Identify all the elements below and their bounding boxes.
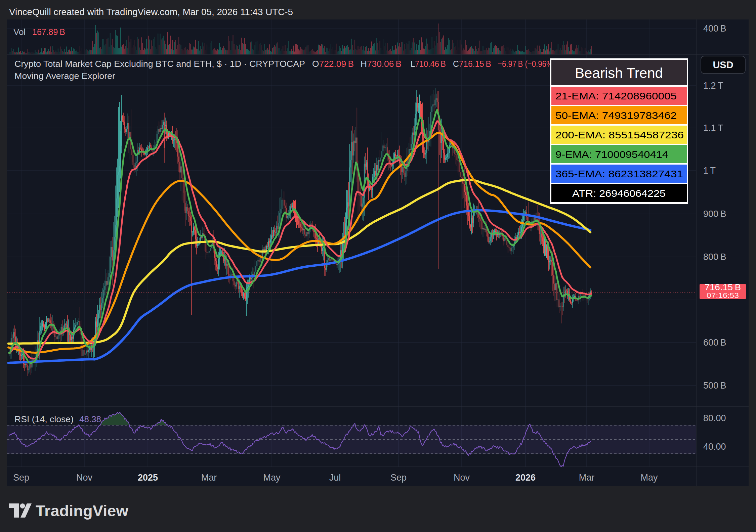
svg-text:800 B: 800 B <box>703 252 726 262</box>
svg-text:USD: USD <box>713 59 733 70</box>
svg-text:9-EMA: 710009540414: 9-EMA: 710009540414 <box>555 149 668 160</box>
svg-text:Jul: Jul <box>329 473 341 483</box>
svg-text:−6.97 B (−0.96%): −6.97 B (−0.96%) <box>498 59 555 69</box>
svg-text:600 B: 600 B <box>703 338 726 348</box>
svg-text:Moving Average Explorer: Moving Average Explorer <box>14 71 115 81</box>
svg-text:1.2 T: 1.2 T <box>703 81 723 91</box>
svg-text:Bearish Trend: Bearish Trend <box>575 65 663 81</box>
svg-text:365-EMA: 862313827431: 365-EMA: 862313827431 <box>555 168 683 179</box>
svg-text:48.38: 48.38 <box>79 414 101 424</box>
svg-text:167.89 B: 167.89 B <box>32 27 65 37</box>
svg-text:TradingView: TradingView <box>36 502 128 520</box>
svg-text:May: May <box>263 473 281 483</box>
svg-text:716.15 B: 716.15 B <box>705 282 741 292</box>
svg-text:40.00: 40.00 <box>703 442 726 452</box>
svg-text:VinceQuill created with Tradin: VinceQuill created with TradingView.com,… <box>9 7 293 17</box>
svg-text:900 B: 900 B <box>703 209 726 219</box>
svg-text:200-EMA: 855154587236: 200-EMA: 855154587236 <box>555 129 684 140</box>
svg-text:May: May <box>640 473 658 483</box>
svg-text:80.00: 80.00 <box>703 413 726 423</box>
svg-text:Mar: Mar <box>201 473 217 483</box>
svg-text:Vol: Vol <box>13 27 26 37</box>
svg-text:2025: 2025 <box>138 473 158 483</box>
svg-text:400 B: 400 B <box>703 24 726 34</box>
svg-text:500 B: 500 B <box>703 381 726 391</box>
svg-text:50-EMA: 749319783462: 50-EMA: 749319783462 <box>555 110 677 121</box>
svg-text:1.1 T: 1.1 T <box>703 123 723 133</box>
svg-text:21-EMA: 714208960005: 21-EMA: 714208960005 <box>555 90 677 101</box>
svg-text:Nov: Nov <box>454 473 470 483</box>
svg-text:C716.15 B: C716.15 B <box>453 59 491 69</box>
svg-text:O722.09 B: O722.09 B <box>312 59 354 69</box>
svg-text:Sep: Sep <box>390 473 407 483</box>
svg-text:Sep: Sep <box>13 473 29 483</box>
svg-text:H730.06 B: H730.06 B <box>361 59 402 69</box>
svg-text:Mar: Mar <box>579 473 595 483</box>
svg-text:1 T: 1 T <box>703 166 716 176</box>
svg-text:ATR: 26946064225: ATR: 26946064225 <box>572 188 666 199</box>
svg-text:07:16:53: 07:16:53 <box>707 291 739 300</box>
svg-text:Nov: Nov <box>76 473 93 483</box>
svg-text:Crypto Total Market Cap Exclud: Crypto Total Market Cap Excluding BTC an… <box>14 59 305 69</box>
svg-text:L710.46 B: L710.46 B <box>411 59 446 69</box>
svg-text:2026: 2026 <box>515 473 536 483</box>
svg-text:RSI (14, close): RSI (14, close) <box>14 414 74 424</box>
